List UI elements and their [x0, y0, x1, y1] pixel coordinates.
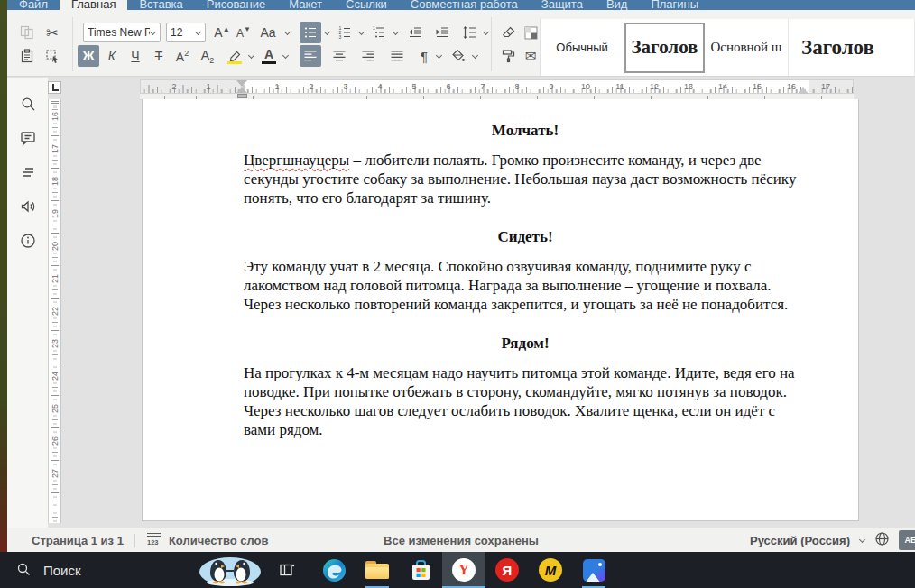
highlight-color-button[interactable]	[224, 45, 245, 67]
toolbar-separator	[491, 17, 492, 71]
megaphone-icon	[20, 198, 36, 218]
first-line-indent-marker[interactable]	[236, 80, 247, 87]
grow-font-button[interactable]: A▲	[211, 22, 233, 43]
search-button[interactable]	[16, 94, 40, 117]
chevron-down-icon[interactable]	[859, 537, 865, 544]
bullet-list-button[interactable]	[300, 22, 321, 43]
taskbar-myoffice[interactable]: M	[529, 552, 572, 588]
tab-stop-selector[interactable]	[48, 81, 61, 94]
highlighter-icon	[228, 51, 242, 62]
formatting-marks-button[interactable]: ¶	[415, 45, 433, 67]
ruler-number: 9	[545, 82, 558, 91]
underline-button[interactable]: Ч	[125, 45, 146, 67]
decrease-indent-button[interactable]	[404, 22, 426, 43]
bold-button[interactable]: Ж	[78, 45, 99, 67]
shrink-font-button[interactable]: A▼	[233, 22, 254, 43]
select-button[interactable]	[42, 45, 63, 67]
align-right-button[interactable]	[357, 45, 379, 67]
chevron-down-icon	[436, 53, 442, 60]
highlight-color-swatch	[227, 61, 242, 64]
style-normal[interactable]: Обычный	[541, 19, 624, 76]
font-color-button[interactable]: А	[258, 45, 280, 67]
line-spacing-button[interactable]	[458, 22, 480, 43]
comments-button[interactable]	[16, 128, 40, 152]
align-center-button[interactable]	[328, 45, 350, 67]
chevron-down-icon	[393, 30, 399, 36]
subscript-button[interactable]: А2	[197, 45, 218, 67]
announcements-button[interactable]	[16, 197, 40, 220]
penguins-sticker[interactable]	[197, 553, 263, 587]
taskbar-yandex[interactable]: Я	[485, 552, 529, 588]
multilevel-list-button[interactable]: 1	[368, 22, 390, 43]
change-case-button[interactable]: Aa	[254, 22, 282, 43]
justify-button[interactable]	[386, 45, 408, 67]
chevron-down-icon	[282, 53, 289, 60]
outline-lines-icon	[20, 164, 36, 184]
numbered-list-menu[interactable]	[356, 22, 366, 43]
strikethrough-button[interactable]: Т	[148, 45, 170, 67]
font-color-menu[interactable]	[280, 45, 291, 67]
doc-heading: Рядом!	[244, 334, 807, 353]
change-case-menu[interactable]	[282, 22, 292, 43]
bullet-list-menu[interactable]	[321, 22, 332, 43]
style-heading-2[interactable]: Заголов	[789, 19, 915, 76]
navigation-button[interactable]	[16, 162, 40, 186]
left-indent-marker[interactable]	[236, 87, 247, 93]
align-left-button[interactable]	[300, 45, 321, 67]
align-center-icon	[332, 49, 347, 63]
menu-bar: Файл Главная Вставка Рисование Макет Ссы…	[7, 0, 915, 10]
shading-button[interactable]	[520, 22, 541, 43]
cut-button[interactable]: ✂	[42, 22, 63, 43]
taskbar-search[interactable]: Поиск	[0, 562, 180, 579]
doc-paragraph: На прогулках к 4-м месяцам надо научить …	[244, 363, 807, 439]
info-button[interactable]	[16, 231, 40, 254]
spellcheck-badge[interactable]: АБ	[899, 530, 915, 550]
highlight-color-menu[interactable]	[245, 45, 256, 67]
paragraph-fill-button[interactable]	[448, 45, 469, 67]
style-gallery: Обычный Заголов Основной ш Заголов	[540, 19, 915, 76]
desktop-wallpaper-strip	[0, 0, 7, 552]
fill-bucket-icon	[451, 49, 466, 63]
ruler-number: 20	[51, 240, 60, 253]
style-body-font[interactable]: Основной ш	[705, 19, 789, 76]
formatting-marks-menu[interactable]	[433, 45, 444, 67]
paste-button[interactable]	[16, 45, 38, 67]
globe-icon[interactable]	[874, 531, 890, 549]
subscript-icon: А2	[201, 48, 214, 65]
left-indent-handle[interactable]	[237, 94, 247, 98]
format-painter-button[interactable]	[498, 45, 520, 67]
vertical-ruler[interactable]: 161718192021222324252627	[48, 99, 61, 523]
taskbar-store[interactable]	[399, 552, 442, 588]
italic-button[interactable]: К	[101, 45, 123, 67]
taskbar-yandex-browser[interactable]: Y	[442, 552, 485, 588]
ruler-number: 17	[51, 142, 60, 155]
taskbar-edge[interactable]	[312, 552, 356, 588]
toolbar: ✂ Times New R 12 A▲ A▼ Aa Ж К Ч	[7, 10, 915, 77]
document-text[interactable]: Молчать! Цвергшнауцеры – любители полаят…	[244, 121, 807, 439]
right-indent-marker[interactable]	[798, 87, 809, 94]
multilevel-list-icon: 1	[372, 25, 386, 40]
line-spacing-menu[interactable]	[480, 22, 491, 43]
task-view-button[interactable]	[276, 559, 298, 581]
numbered-list-button[interactable]: 123	[334, 22, 356, 43]
increase-indent-button[interactable]	[431, 22, 453, 43]
font-size-select[interactable]: 12	[166, 23, 206, 42]
font-family-select[interactable]: Times New R	[83, 23, 161, 42]
underline-icon: Ч	[131, 49, 139, 63]
style-heading-selected[interactable]: Заголов	[624, 23, 705, 73]
taskbar-file-explorer[interactable]	[356, 552, 399, 588]
superscript-button[interactable]: А2	[171, 45, 193, 67]
search-icon	[20, 96, 36, 115]
chevron-down-icon	[248, 53, 254, 60]
copy-button[interactable]	[16, 22, 38, 43]
file-explorer-icon	[365, 558, 390, 583]
document-page[interactable]: Молчать! Цвергшнауцеры – любители полаят…	[142, 99, 859, 521]
ruler-number: 14	[716, 82, 729, 91]
language-selector[interactable]: Русский (Россия)	[750, 534, 850, 547]
multilevel-list-menu[interactable]	[390, 22, 401, 43]
mail-merge-button[interactable]: ✉	[520, 45, 541, 67]
paragraph-fill-menu[interactable]	[469, 45, 480, 67]
taskbar-photos[interactable]	[572, 552, 615, 588]
clear-formatting-button[interactable]	[498, 22, 520, 43]
chevron-down-icon	[324, 30, 330, 36]
